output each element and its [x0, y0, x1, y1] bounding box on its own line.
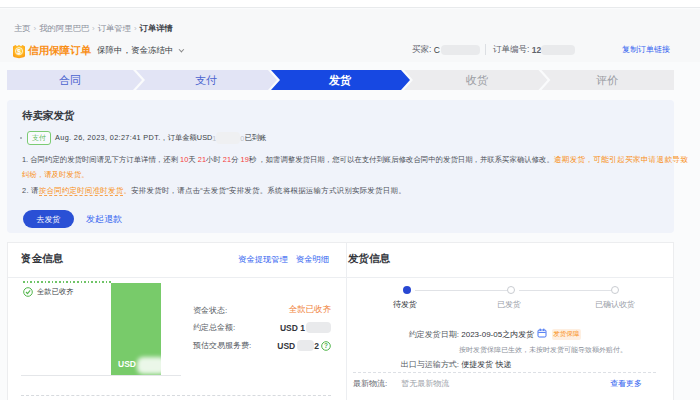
- svg-text:$: $: [17, 48, 21, 56]
- svg-text:合同: 合同: [59, 74, 81, 86]
- svg-text:支付: 支付: [195, 74, 217, 86]
- svg-text:发货: 发货: [328, 74, 352, 87]
- svg-text:评价: 评价: [596, 74, 618, 86]
- svg-text:收货: 收货: [466, 74, 488, 86]
- svg-text:?: ?: [324, 342, 328, 349]
